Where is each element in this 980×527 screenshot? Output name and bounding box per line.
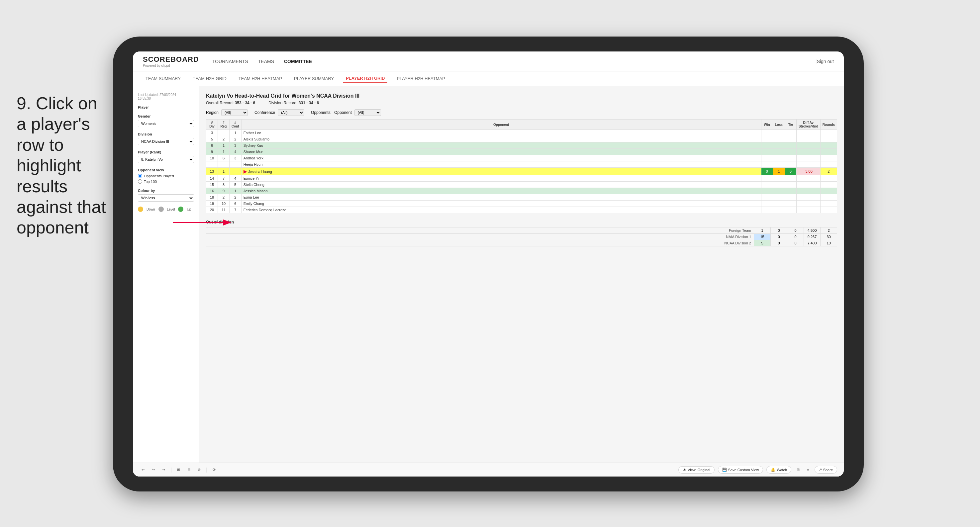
gender-section: Gender Women's xyxy=(138,114,194,127)
table-row[interactable]: 31Esther Lee xyxy=(206,130,837,136)
col-header-rounds: Rounds xyxy=(820,119,837,130)
out-div-row[interactable]: NCAA Division 25007.40010 xyxy=(206,240,837,246)
left-panel: Last Updated: 27/03/2024 16:55:38 Player… xyxy=(133,86,199,476)
h2h-grid-table: # Div # Reg # Conf Opponent Win Loss Tie… xyxy=(206,119,837,213)
share-button[interactable]: ↗ Share xyxy=(815,466,837,473)
view-icon: 👁 xyxy=(682,468,686,472)
last-updated: Last Updated: 27/03/2024 16:55:38 xyxy=(138,93,194,100)
copy-button[interactable]: ⊞ xyxy=(175,467,182,473)
logo-text: SCOREBOARD xyxy=(143,55,199,64)
legend-down-dot xyxy=(138,206,143,212)
right-content: Katelyn Vo Head-to-Head Grid for Women's… xyxy=(199,86,844,476)
watch-button[interactable]: 🔔 Watch xyxy=(767,466,791,473)
legend-level-dot xyxy=(159,206,164,212)
table-row[interactable]: 522Alexis Sudjianto xyxy=(206,136,837,143)
player-rank-section: Player (Rank) 8. Katelyn Vo xyxy=(138,150,194,163)
table-button[interactable]: ≡ xyxy=(805,467,811,473)
table-row[interactable]: 20117Federica Domecq Lacroze xyxy=(206,207,837,213)
record-row: Overall Record: 353 - 34 - 6 Division Re… xyxy=(206,101,837,105)
logo-sub: Powered by clippd xyxy=(143,64,199,67)
table-row[interactable]: 1691Jessica Mason xyxy=(206,188,837,194)
bottom-toolbar: ↩ ↪ ⇥ | ⊞ ⊟ ⊕ | ⟳ 👁 View: Original 💾 Sav… xyxy=(133,463,844,476)
colour-by-select[interactable]: Win/loss xyxy=(138,194,194,202)
player-rank-select[interactable]: 8. Katelyn Vo xyxy=(138,156,194,163)
table-row[interactable]: 914Sharon Mun xyxy=(206,149,837,155)
more-button[interactable]: ⊕ xyxy=(196,467,203,473)
col-header-div: # Div xyxy=(206,119,218,130)
table-row[interactable]: 131▶ Jessica Huang010-3.002 xyxy=(206,168,837,175)
colour-by-section: Colour by Win/loss xyxy=(138,189,194,202)
sign-out[interactable]: Sign out xyxy=(817,59,834,64)
table-row[interactable]: 1474Eunice Yi xyxy=(206,175,837,182)
out-div-row[interactable]: NAIA Division 115009.26730 xyxy=(206,234,837,240)
sub-nav-team-summary[interactable]: TEAM SUMMARY xyxy=(143,75,183,83)
nav-teams[interactable]: TEAMS xyxy=(258,57,274,66)
table-row[interactable]: 1585Stella Cheng xyxy=(206,182,837,188)
col-header-reg: # Reg xyxy=(218,119,229,130)
refresh-button[interactable]: ⟳ xyxy=(211,467,218,473)
sub-nav-team-h2h-grid[interactable]: TEAM H2H GRID xyxy=(190,75,229,83)
out-of-division-table: Foreign Team1004.5002NAIA Division 11500… xyxy=(206,227,837,246)
tablet-frame: SCOREBOARD Powered by clippd TOURNAMENTS… xyxy=(113,37,864,492)
nav-committee[interactable]: COMMITTEE xyxy=(284,57,312,66)
opponent-filter[interactable]: (All) xyxy=(355,109,381,116)
logo-area: SCOREBOARD Powered by clippd xyxy=(143,55,199,67)
table-row[interactable]: Heeju Hyun xyxy=(206,161,837,168)
division-select[interactable]: NCAA Division III xyxy=(138,138,194,145)
tablet-screen: SCOREBOARD Powered by clippd TOURNAMENTS… xyxy=(133,51,844,476)
table-row[interactable]: 19106Emily Chang xyxy=(206,201,837,207)
main-content: Last Updated: 27/03/2024 16:55:38 Player… xyxy=(133,86,844,476)
sub-nav-team-h2h-heatmap[interactable]: TEAM H2H HEATMAP xyxy=(236,75,285,83)
col-header-win: Win xyxy=(761,119,773,130)
table-row[interactable]: 1063Andrea York xyxy=(206,155,837,161)
col-header-opponent: Opponent xyxy=(241,119,761,130)
sub-nav-player-summary[interactable]: PLAYER SUMMARY xyxy=(291,75,337,83)
instruction-text: 9. Click on a player's row to highlight … xyxy=(17,93,110,238)
watch-icon: 🔔 xyxy=(771,468,775,472)
sub-nav: TEAM SUMMARY TEAM H2H GRID TEAM H2H HEAT… xyxy=(133,71,844,86)
table-row[interactable]: 1822Euna Lee xyxy=(206,194,837,201)
col-header-loss: Loss xyxy=(773,119,785,130)
sub-nav-player-h2h-grid[interactable]: PLAYER H2H GRID xyxy=(343,74,387,83)
nav-tournaments[interactable]: TOURNAMENTS xyxy=(212,57,248,66)
out-div-row[interactable]: Foreign Team1004.5002 xyxy=(206,227,837,234)
top-nav: SCOREBOARD Powered by clippd TOURNAMENTS… xyxy=(133,51,844,71)
grid-title: Katelyn Vo Head-to-Head Grid for Women's… xyxy=(206,93,837,99)
share-icon: ↗ xyxy=(819,468,822,472)
legend-up-dot xyxy=(178,206,183,212)
save-custom-button[interactable]: 💾 Save Custom View xyxy=(718,466,764,473)
sub-nav-player-h2h-heatmap[interactable]: PLAYER H2H HEATMAP xyxy=(394,75,447,83)
table-row[interactable]: 613Sydney Kuo xyxy=(206,143,837,149)
filter-row: Region (All) Conference (All) Opponents: xyxy=(206,109,837,116)
out-of-division-label: Out of division xyxy=(206,220,837,224)
conference-filter[interactable]: (All) xyxy=(278,109,304,116)
forward-button[interactable]: ⇥ xyxy=(160,467,167,473)
nav-links: TOURNAMENTS TEAMS COMMITTEE xyxy=(212,57,816,66)
redo-button[interactable]: ↪ xyxy=(150,467,157,473)
colour-legend: Down Level Up xyxy=(138,206,194,212)
col-header-tie: Tie xyxy=(785,119,796,130)
region-filter[interactable]: (All) xyxy=(221,109,248,116)
opponent-view-section: Opponent view Opponents Played Top 100 xyxy=(138,168,194,184)
undo-button[interactable]: ↩ xyxy=(140,467,146,473)
col-header-conf: # Conf xyxy=(229,119,242,130)
view-original-button[interactable]: 👁 View: Original xyxy=(678,466,714,473)
division-section: Division NCAA Division III xyxy=(138,132,194,145)
gender-select[interactable]: Women's xyxy=(138,120,194,127)
col-header-diff: Diff Av Strokes/Rnd xyxy=(796,119,820,130)
paste-button[interactable]: ⊟ xyxy=(185,467,192,473)
player-section: Player xyxy=(138,105,194,109)
save-icon: 💾 xyxy=(722,468,727,472)
grid-button[interactable]: ⊞ xyxy=(795,467,802,473)
